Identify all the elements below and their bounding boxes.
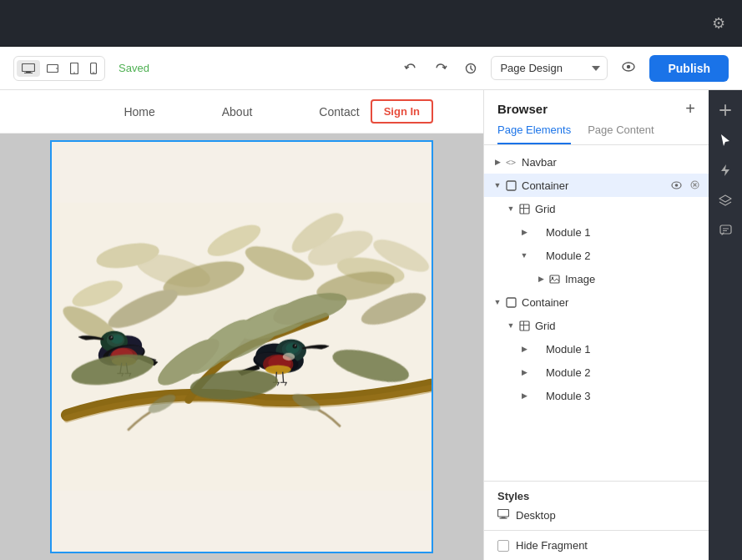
tree-item-grid1[interactable]: ▼ Grid xyxy=(484,197,709,220)
toggle-module2c[interactable]: ▶ xyxy=(517,389,531,402)
main-layout: Home About Contact Sign In xyxy=(0,90,742,560)
tree-item-module1[interactable]: ▶ Module 1 xyxy=(484,220,709,244)
tree-item-container1[interactable]: ▼ Container xyxy=(484,174,709,197)
toggle-image1[interactable]: ▶ xyxy=(534,272,548,285)
panel-title: Browser xyxy=(497,102,548,116)
toggle-container2[interactable]: ▼ xyxy=(491,295,504,309)
tab-page-content[interactable]: Page Content xyxy=(588,124,654,144)
svg-rect-81 xyxy=(498,510,509,517)
chat-icon-bar[interactable] xyxy=(712,217,739,244)
preview-button[interactable] xyxy=(614,55,643,82)
cursor-icon-bar[interactable] xyxy=(712,127,739,154)
svg-point-38 xyxy=(111,336,112,337)
image-icon xyxy=(548,272,561,285)
hide-fragment-row: Hide Fragment xyxy=(484,530,709,560)
svg-rect-77 xyxy=(507,298,516,307)
module1-icon xyxy=(531,225,542,239)
tree-label-module2b: Module 2 xyxy=(546,366,702,379)
svg-rect-8 xyxy=(93,72,95,73)
hide-fragment-text: Hide Fragment xyxy=(516,539,588,552)
eye-button-container1[interactable] xyxy=(669,179,684,193)
tab-page-elements[interactable]: Page Elements xyxy=(497,124,571,144)
desktop-icon xyxy=(497,509,509,522)
publish-button[interactable]: Publish xyxy=(649,55,729,82)
svg-rect-75 xyxy=(550,275,559,283)
svg-point-58 xyxy=(283,353,295,361)
desktop-device-button[interactable] xyxy=(17,60,40,77)
tree-label-module2c: Module 3 xyxy=(546,390,702,402)
toggle-grid2[interactable]: ▼ xyxy=(504,319,517,332)
svg-line-60 xyxy=(283,372,284,383)
birds-illustration xyxy=(52,142,432,552)
toggle-module2b[interactable]: ▶ xyxy=(517,366,531,379)
top-bar: ⚙ xyxy=(0,0,742,47)
toggle-grid1[interactable]: ▼ xyxy=(504,202,517,215)
styles-section: Styles Desktop xyxy=(484,481,709,530)
tree-item-module2c[interactable]: ▶ Module 3 xyxy=(484,384,709,407)
tree-container: ▶ <> Navbar ▼ Container xyxy=(484,145,709,481)
toggle-module1[interactable]: ▶ xyxy=(517,225,531,239)
svg-point-11 xyxy=(627,64,630,68)
tree-label-image1: Image xyxy=(565,273,702,285)
tree-item-module2a[interactable]: ▶ Module 1 xyxy=(484,337,709,361)
toggle-module2a[interactable]: ▶ xyxy=(517,342,531,356)
browser-panel: Browser + Page Elements Page Content ▶ <… xyxy=(483,90,709,560)
tablet-h-device-button[interactable] xyxy=(42,60,63,77)
gear-button[interactable]: ⚙ xyxy=(712,14,725,33)
svg-rect-86 xyxy=(720,225,731,234)
tree-item-module2b[interactable]: ▶ Module 2 xyxy=(484,361,709,384)
panel-header: Browser + xyxy=(484,90,709,117)
desktop-row: Desktop xyxy=(497,509,695,522)
svg-rect-78 xyxy=(520,321,529,330)
toggle-container1[interactable]: ▼ xyxy=(491,179,504,192)
device-group xyxy=(13,56,105,81)
sign-in-button[interactable]: Sign In xyxy=(371,99,433,124)
tree-item-container2[interactable]: ▼ Container xyxy=(484,290,709,314)
undo-button[interactable] xyxy=(397,58,424,79)
tree-label-container2: Container xyxy=(522,296,702,309)
hide-fragment-checkbox[interactable] xyxy=(497,540,509,552)
close-button-container1[interactable] xyxy=(688,179,702,193)
container2-icon xyxy=(504,295,517,309)
tree-item-navbar[interactable]: ▶ <> Navbar xyxy=(484,150,709,174)
canvas-area: Home About Contact Sign In xyxy=(0,90,483,560)
toggle-module2[interactable]: ▼ xyxy=(517,249,531,262)
layers-icon-bar[interactable] xyxy=(712,187,739,214)
tree-label-grid1: Grid xyxy=(535,203,702,215)
svg-point-68 xyxy=(675,184,679,187)
nav-about[interactable]: About xyxy=(222,105,253,119)
toolbar: Saved Page Design Publish xyxy=(0,47,742,90)
module2-icon xyxy=(531,249,542,262)
undo-redo-group xyxy=(397,58,484,79)
nav-contact[interactable]: Contact xyxy=(319,105,359,119)
container-icon xyxy=(504,179,517,192)
bolt-icon-bar[interactable] xyxy=(712,157,739,184)
page-design-select[interactable]: Page Design xyxy=(491,56,608,80)
mobile-device-button[interactable] xyxy=(85,59,102,78)
svg-point-57 xyxy=(265,365,291,374)
redo-button[interactable] xyxy=(427,58,454,79)
svg-point-52 xyxy=(295,345,295,346)
module2b-icon xyxy=(531,366,542,379)
add-icon-bar[interactable] xyxy=(712,97,739,124)
history-button[interactable] xyxy=(457,58,484,79)
svg-rect-72 xyxy=(520,204,529,214)
toggle-navbar[interactable]: ▶ xyxy=(491,155,504,169)
tree-label-container1: Container xyxy=(522,179,669,192)
svg-rect-0 xyxy=(23,63,35,71)
tree-item-module2[interactable]: ▼ Module 2 xyxy=(484,244,709,267)
tree-label-grid2: Grid xyxy=(535,320,702,332)
panel-add-button[interactable]: + xyxy=(685,100,695,117)
nav-home[interactable]: Home xyxy=(124,105,154,119)
grid-icon xyxy=(517,202,531,215)
tree-item-grid2[interactable]: ▼ Grid xyxy=(484,314,709,337)
svg-rect-66 xyxy=(507,181,516,190)
styles-label: Styles xyxy=(497,490,695,502)
canvas-navbar: Home About Contact Sign In xyxy=(0,90,483,134)
code-icon: <> xyxy=(504,155,517,169)
tablet-v-device-button[interactable] xyxy=(65,59,83,78)
far-right-bar xyxy=(709,90,742,560)
tree-item-image1[interactable]: ▶ Image xyxy=(484,267,709,290)
svg-point-4 xyxy=(56,68,58,69)
tree-label-navbar: Navbar xyxy=(522,156,702,169)
